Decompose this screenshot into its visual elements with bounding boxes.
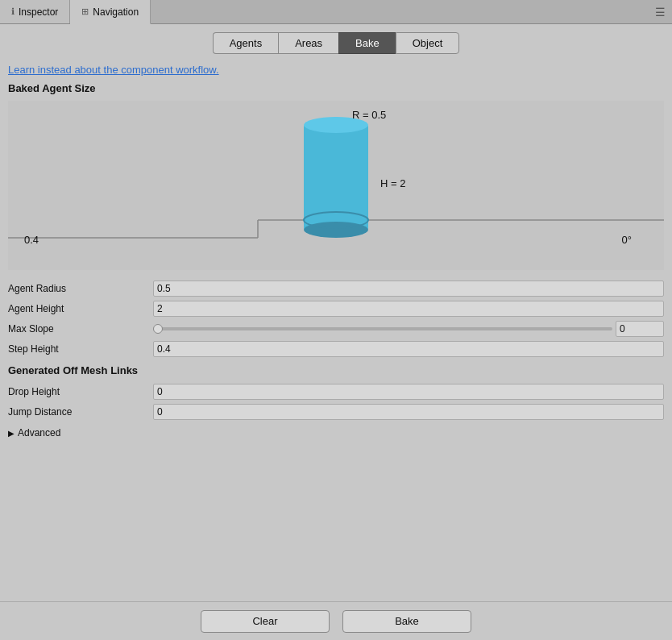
jump-distance-input[interactable] (153, 404, 664, 420)
max-slope-slider[interactable] (153, 327, 612, 330)
max-slope-value-input[interactable] (616, 321, 664, 337)
main-content: Agents Areas Bake Object Learn instead a… (0, 24, 672, 640)
offmesh-fields: Drop Height Jump Distance (8, 383, 664, 421)
bake-button[interactable]: Bake (342, 610, 471, 633)
sub-tab-bake-label: Bake (355, 37, 380, 49)
agent-height-row: Agent Height (8, 300, 664, 318)
drop-height-row: Drop Height (8, 383, 664, 401)
sub-tab-object[interactable]: Object (396, 32, 460, 54)
step-height-row: Step Height (8, 340, 664, 358)
clear-button[interactable]: Clear (201, 610, 330, 633)
agent-visualization: R = 0.5 H = 2 0.4 0° (8, 101, 664, 270)
max-slope-slider-container (153, 321, 664, 337)
tab-navigation-label: Navigation (93, 6, 139, 18)
agent-radius-label: Agent Radius (8, 283, 153, 294)
agent-height-label: Agent Height (8, 303, 153, 314)
menu-icon: ☰ (655, 6, 666, 19)
viz-step-label: 0.4 (24, 234, 39, 246)
baked-agent-size-heading: Baked Agent Size (8, 82, 664, 94)
navigation-icon: ⊞ (81, 6, 89, 17)
viz-slope-label: 0° (622, 234, 632, 246)
advanced-toggle[interactable]: ▶ Advanced (8, 427, 664, 438)
agent-radius-input[interactable] (153, 281, 664, 297)
drop-height-label: Drop Height (8, 386, 153, 397)
cylinder-svg (300, 109, 372, 246)
sub-tab-bake[interactable]: Bake (338, 32, 396, 54)
sub-tab-row: Agents Areas Bake Object (8, 32, 664, 54)
sub-tab-agents-label: Agents (230, 37, 262, 49)
cylinder-container: R = 0.5 H = 2 0.4 0° (8, 101, 664, 270)
tab-inspector[interactable]: ℹ Inspector (0, 0, 70, 23)
offmesh-section-label: Generated Off Mesh Links (8, 364, 664, 376)
agent-radius-row: Agent Radius (8, 280, 664, 297)
max-slope-label: Max Slope (8, 323, 153, 335)
viz-r-label: R = 0.5 (352, 109, 386, 121)
drop-height-input[interactable] (153, 384, 664, 400)
sub-tab-object-label: Object (413, 37, 443, 49)
step-height-label: Step Height (8, 343, 153, 355)
bottom-bar: Clear Bake (0, 601, 672, 640)
advanced-label: Advanced (18, 427, 60, 438)
inspector-icon: ℹ (11, 6, 15, 17)
sub-tab-agents[interactable]: Agents (213, 32, 278, 54)
tab-inspector-label: Inspector (19, 6, 58, 18)
sub-tab-areas-label: Areas (295, 37, 322, 49)
svg-point-6 (304, 222, 368, 238)
tab-bar: ℹ Inspector ⊞ Navigation ☰ (0, 0, 672, 24)
viz-h-label: H = 2 (380, 177, 405, 189)
step-height-input[interactable] (153, 341, 664, 357)
workflow-link[interactable]: Learn instead about the component workfl… (8, 64, 664, 76)
agent-fields: Agent Radius Agent Height Max Slope Step… (8, 280, 664, 358)
triangle-icon: ▶ (8, 429, 15, 438)
agent-height-input[interactable] (153, 301, 664, 317)
max-slope-row: Max Slope (8, 320, 664, 338)
sub-tab-areas[interactable]: Areas (278, 32, 338, 54)
jump-distance-label: Jump Distance (8, 406, 153, 418)
offmesh-heading: Generated Off Mesh Links (8, 364, 664, 376)
jump-distance-row: Jump Distance (8, 403, 664, 421)
tab-bar-menu[interactable]: ☰ (655, 0, 672, 23)
tab-navigation[interactable]: ⊞ Navigation (70, 0, 151, 24)
